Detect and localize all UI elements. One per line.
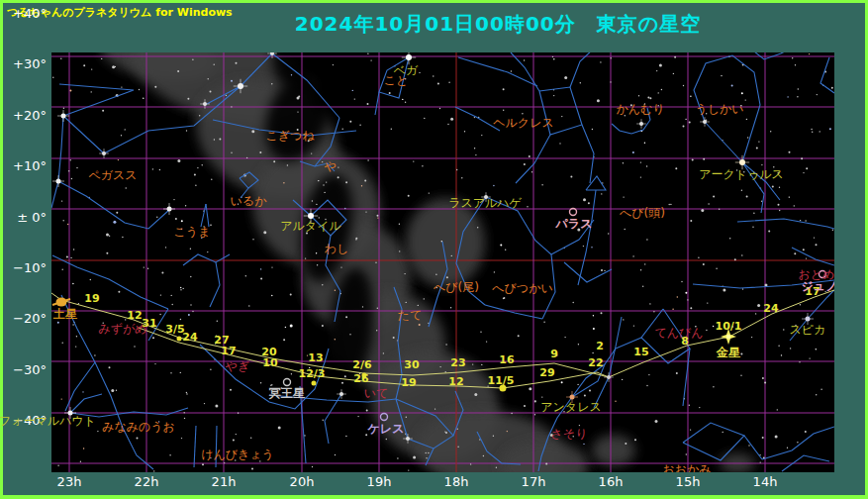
star <box>464 131 465 132</box>
star <box>803 172 804 173</box>
star <box>273 160 275 162</box>
star-name-label: アークトゥルス <box>699 168 784 180</box>
star <box>226 95 227 96</box>
star <box>349 121 351 123</box>
star <box>707 302 708 303</box>
star <box>741 254 742 255</box>
path-date-label: 22 <box>588 357 603 368</box>
star <box>494 271 495 272</box>
star <box>361 185 362 186</box>
star <box>451 255 452 256</box>
star <box>322 284 323 285</box>
star <box>829 128 831 130</box>
venus-icon-core <box>726 335 730 339</box>
star <box>194 174 196 176</box>
star <box>799 361 800 362</box>
star <box>91 91 92 92</box>
star <box>623 196 624 197</box>
star <box>297 111 298 112</box>
star <box>345 181 347 183</box>
star <box>285 327 286 328</box>
star <box>713 326 714 327</box>
star <box>233 440 235 442</box>
constellation-line <box>52 255 168 309</box>
constellation-label: ヘルクレス <box>493 117 553 129</box>
star-chart[interactable]: ペガススこぎつねことやいるかこうまわしたてヘルクレスかんむりうしかいへび(頭)へ… <box>51 52 834 472</box>
star <box>326 181 327 182</box>
star <box>312 200 313 201</box>
star <box>764 382 766 384</box>
star <box>287 164 288 165</box>
star <box>529 387 531 390</box>
star <box>236 434 237 435</box>
star <box>686 453 687 454</box>
star <box>746 119 747 120</box>
star <box>801 157 803 159</box>
star <box>376 330 377 331</box>
star <box>760 461 761 462</box>
star <box>335 339 336 340</box>
star <box>646 165 647 166</box>
star <box>610 81 611 82</box>
star <box>72 283 73 284</box>
star <box>708 203 709 204</box>
star <box>689 405 690 406</box>
star <box>57 465 58 466</box>
star <box>106 252 108 254</box>
star <box>180 372 181 373</box>
star <box>63 108 64 109</box>
star <box>172 304 173 305</box>
star <box>649 97 651 99</box>
star <box>342 129 343 130</box>
star <box>102 110 104 112</box>
star <box>644 263 645 264</box>
path-date-label: 26 <box>353 373 368 384</box>
star <box>503 88 505 90</box>
ra-axis-label: 16h <box>599 474 624 489</box>
path-date-label: 24 <box>182 332 197 343</box>
star <box>597 99 600 102</box>
ra-axis-label: 14h <box>753 474 778 489</box>
star <box>461 177 462 178</box>
star <box>820 131 820 132</box>
star <box>640 161 641 162</box>
chart-title: 2024年10月01日00時00分 東京の星空 <box>161 11 834 38</box>
star <box>121 86 122 87</box>
star <box>503 298 504 299</box>
path-date-label: 29 <box>539 367 554 378</box>
star <box>816 394 817 395</box>
star <box>144 266 145 267</box>
star <box>655 420 658 423</box>
path-date-label: 19 <box>401 377 416 388</box>
star <box>553 95 554 96</box>
star <box>789 151 791 153</box>
star <box>781 354 782 355</box>
star <box>524 405 526 407</box>
star <box>250 438 251 439</box>
star <box>192 311 193 312</box>
ra-axis-label: 20h <box>290 474 315 489</box>
path-date-label: 9 <box>550 349 558 359</box>
star <box>806 167 808 169</box>
star <box>534 400 536 402</box>
star <box>345 436 346 437</box>
constellation-line <box>564 262 612 282</box>
star <box>355 238 357 240</box>
star <box>370 59 371 60</box>
star <box>559 143 560 144</box>
star <box>202 164 203 165</box>
star <box>62 343 63 344</box>
star <box>474 393 477 396</box>
star <box>161 271 163 273</box>
star <box>195 185 196 186</box>
star <box>731 85 733 87</box>
constellation-line <box>206 204 209 227</box>
star <box>154 86 156 88</box>
star <box>214 64 215 65</box>
star <box>186 393 187 394</box>
path-month-dot <box>312 381 317 386</box>
star <box>445 371 446 372</box>
star <box>653 311 654 312</box>
star <box>231 106 232 107</box>
star <box>703 158 705 160</box>
